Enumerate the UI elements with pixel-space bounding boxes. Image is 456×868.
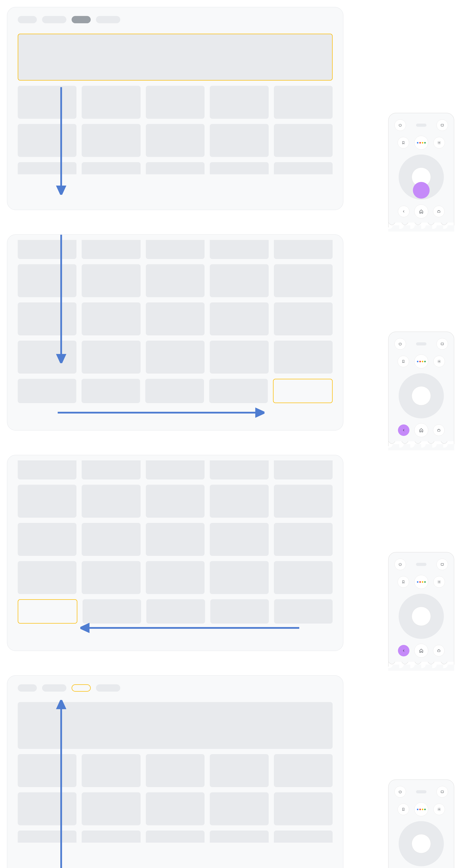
- tile[interactable]: [146, 754, 204, 787]
- tile[interactable]: [18, 162, 77, 174]
- tile[interactable]: [18, 302, 77, 335]
- tile[interactable]: [146, 485, 204, 518]
- bookmark-button[interactable]: [398, 576, 409, 588]
- tile[interactable]: [274, 792, 333, 825]
- tile[interactable]: [82, 792, 140, 825]
- tile[interactable]: [210, 460, 268, 479]
- dpad-select[interactable]: [412, 386, 431, 405]
- power-button[interactable]: [395, 559, 406, 570]
- tile[interactable]: [18, 124, 77, 157]
- tile[interactable]: [274, 162, 333, 174]
- back-button-highlight[interactable]: [398, 425, 409, 436]
- tab[interactable]: [18, 16, 37, 23]
- tile-focused[interactable]: [273, 379, 333, 403]
- tile[interactable]: [210, 302, 268, 335]
- tile[interactable]: [145, 379, 204, 403]
- tile[interactable]: [18, 523, 77, 556]
- tile[interactable]: [210, 240, 268, 259]
- tile[interactable]: [210, 264, 268, 297]
- tile[interactable]: [82, 264, 140, 297]
- tile[interactable]: [18, 792, 77, 825]
- tile-focused[interactable]: [18, 599, 77, 624]
- dpad[interactable]: [399, 155, 444, 199]
- tile[interactable]: [274, 124, 333, 157]
- input-button[interactable]: [436, 559, 448, 570]
- tile[interactable]: [82, 86, 140, 119]
- dpad-down-highlight[interactable]: [413, 182, 430, 198]
- tile[interactable]: [210, 599, 269, 624]
- tile[interactable]: [18, 264, 77, 297]
- tile[interactable]: [18, 561, 77, 594]
- tile[interactable]: [82, 561, 140, 594]
- tile[interactable]: [274, 341, 333, 374]
- back-button-highlight[interactable]: [398, 645, 409, 656]
- tile[interactable]: [210, 485, 268, 518]
- tile[interactable]: [82, 341, 140, 374]
- bookmark-button[interactable]: [398, 137, 409, 148]
- tile[interactable]: [18, 341, 77, 374]
- tile[interactable]: [146, 460, 204, 479]
- tab[interactable]: [96, 16, 120, 23]
- tile[interactable]: [82, 460, 140, 479]
- bookmark-button[interactable]: [398, 804, 409, 815]
- tile[interactable]: [274, 523, 333, 556]
- tile[interactable]: [274, 264, 333, 297]
- tile[interactable]: [82, 831, 140, 843]
- live-tv-button[interactable]: [433, 206, 445, 217]
- tile[interactable]: [210, 561, 268, 594]
- hero-card-focused[interactable]: [18, 34, 333, 81]
- tile[interactable]: [210, 792, 268, 825]
- tab[interactable]: [42, 16, 66, 23]
- dpad[interactable]: [399, 594, 444, 639]
- tile[interactable]: [274, 599, 333, 624]
- input-button[interactable]: [436, 786, 448, 798]
- tile[interactable]: [146, 124, 204, 157]
- dpad-select[interactable]: [412, 607, 431, 626]
- tile[interactable]: [82, 379, 140, 403]
- dpad-select[interactable]: [412, 834, 431, 853]
- tile[interactable]: [274, 240, 333, 259]
- tile[interactable]: [18, 754, 77, 787]
- tile[interactable]: [274, 561, 333, 594]
- settings-button[interactable]: [433, 576, 445, 588]
- tile[interactable]: [274, 485, 333, 518]
- tile[interactable]: [18, 240, 77, 259]
- power-button[interactable]: [395, 786, 406, 798]
- live-tv-button[interactable]: [433, 645, 445, 656]
- input-button[interactable]: [436, 338, 448, 350]
- tile[interactable]: [146, 162, 204, 174]
- settings-button[interactable]: [433, 804, 445, 815]
- tile[interactable]: [209, 379, 268, 403]
- home-button[interactable]: [414, 644, 428, 658]
- tile[interactable]: [210, 86, 268, 119]
- tab[interactable]: [18, 684, 37, 692]
- tab-active[interactable]: [72, 16, 91, 23]
- tile[interactable]: [146, 302, 204, 335]
- tab[interactable]: [42, 684, 66, 692]
- dpad[interactable]: [399, 373, 444, 418]
- tile[interactable]: [146, 341, 204, 374]
- live-tv-button[interactable]: [433, 425, 445, 436]
- bookmark-button[interactable]: [398, 356, 409, 367]
- back-button[interactable]: [398, 206, 409, 217]
- tile[interactable]: [18, 831, 77, 843]
- tile[interactable]: [146, 240, 204, 259]
- tile[interactable]: [274, 831, 333, 843]
- tile[interactable]: [210, 124, 268, 157]
- tile[interactable]: [274, 754, 333, 787]
- tile[interactable]: [210, 523, 268, 556]
- settings-button[interactable]: [433, 137, 445, 148]
- assistant-button[interactable]: [414, 354, 428, 368]
- tile[interactable]: [82, 162, 140, 174]
- tile[interactable]: [18, 379, 76, 403]
- tab-focused-yellow[interactable]: [72, 684, 91, 692]
- tile[interactable]: [210, 341, 268, 374]
- tile[interactable]: [146, 86, 204, 119]
- tile[interactable]: [210, 831, 268, 843]
- assistant-button[interactable]: [414, 575, 428, 589]
- tile[interactable]: [274, 460, 333, 479]
- power-button[interactable]: [395, 338, 406, 350]
- tile[interactable]: [83, 599, 141, 624]
- tile[interactable]: [146, 523, 204, 556]
- tile[interactable]: [146, 792, 204, 825]
